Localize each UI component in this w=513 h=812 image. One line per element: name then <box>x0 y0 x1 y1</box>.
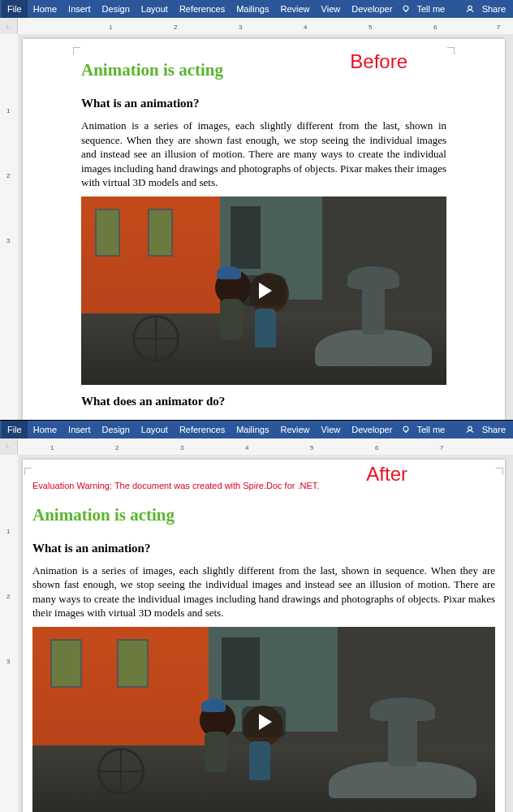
margin-marks <box>32 466 495 476</box>
tab-design[interactable]: Design <box>97 0 136 18</box>
ruler-mark: 6 <box>433 24 437 31</box>
tab-home[interactable]: Home <box>28 0 63 18</box>
tab-mailings[interactable]: Mailings <box>231 0 274 18</box>
share-button[interactable]: Share <box>476 0 511 18</box>
ruler-mark: 3 <box>180 444 183 451</box>
tab-developer[interactable]: Developer <box>346 0 398 18</box>
paragraph-what-is: Animation is a series of images, each sl… <box>32 564 495 620</box>
callout-after: After <box>366 463 407 486</box>
ruler-mark: 3 <box>6 658 10 665</box>
callout-before: Before <box>350 50 407 73</box>
tab-layout[interactable]: Layout <box>136 0 174 18</box>
ruler-mark: 3 <box>239 24 242 31</box>
tab-home[interactable]: Home <box>28 421 63 438</box>
embedded-video[interactable] <box>32 627 495 812</box>
ruler-mark: 4 <box>304 24 307 31</box>
tell-me[interactable]: Tell me <box>411 421 450 438</box>
ruler-mark: 2 <box>6 172 10 179</box>
ribbon: File Home Insert Design Layout Reference… <box>0 0 513 18</box>
tab-review[interactable]: Review <box>275 0 316 18</box>
play-button[interactable] <box>242 275 286 306</box>
editor-area: 1 2 3 Evaluation Warning: The document w… <box>0 455 513 812</box>
ruler-mark: 6 <box>375 444 378 451</box>
ruler-mark: 1 <box>109 24 112 31</box>
word-window-before: File Home Insert Design Layout Reference… <box>0 0 513 420</box>
ruler-mark: 7 <box>440 444 443 451</box>
ruler-mark: 3 <box>6 237 10 244</box>
svg-point-0 <box>403 6 408 11</box>
tab-view[interactable]: View <box>316 0 347 18</box>
horizontal-ruler[interactable]: ∟ 1 2 3 4 5 6 7 <box>0 438 513 455</box>
lightbulb-icon <box>401 4 411 14</box>
paragraph-what-is: Animation is a series of images, each sl… <box>81 119 446 190</box>
ruler-mark: 2 <box>174 24 177 31</box>
evaluation-warning: Evaluation Warning: The document was cre… <box>32 481 495 490</box>
heading-what-is: What is an animation? <box>81 97 446 110</box>
tab-file[interactable]: File <box>2 421 28 438</box>
share-button[interactable]: Share <box>476 421 511 438</box>
vertical-ruler[interactable]: 1 2 3 <box>0 455 18 812</box>
tab-developer[interactable]: Developer <box>346 421 398 438</box>
tab-file[interactable]: File <box>2 0 28 18</box>
share-icon <box>465 4 475 14</box>
tab-review[interactable]: Review <box>275 421 316 438</box>
svg-point-2 <box>403 426 408 431</box>
ruler-mark: 2 <box>115 444 119 451</box>
tab-view[interactable]: View <box>316 421 347 438</box>
svg-rect-1 <box>405 11 407 12</box>
vertical-ruler[interactable]: 1 2 3 <box>0 34 18 420</box>
ruler-corner: ∟ <box>0 438 18 455</box>
embedded-video[interactable] <box>81 197 446 385</box>
word-window-after: File Home Insert Design Layout Reference… <box>0 421 513 812</box>
ruler-mark: 7 <box>497 24 500 31</box>
doc-title: Animation is acting <box>32 505 495 525</box>
document-page[interactable]: Animation is acting What is an animation… <box>23 39 505 420</box>
editor-area: 1 2 3 Animation is acting What is an ani… <box>0 34 513 420</box>
tab-references[interactable]: References <box>174 421 231 438</box>
document-page[interactable]: Evaluation Warning: The document was cre… <box>23 460 505 812</box>
play-button[interactable] <box>242 706 286 737</box>
ruler-mark: 1 <box>6 107 10 114</box>
ruler-corner: ∟ <box>0 18 18 34</box>
ruler-mark: 1 <box>50 444 54 451</box>
play-icon <box>259 283 272 299</box>
tab-references[interactable]: References <box>174 0 231 18</box>
heading-what-is: What is an animation? <box>32 542 495 555</box>
ruler-mark: 2 <box>6 593 10 600</box>
ruler-mark: 5 <box>369 24 372 31</box>
play-icon <box>259 714 272 730</box>
tab-insert[interactable]: Insert <box>63 421 97 438</box>
tab-mailings[interactable]: Mailings <box>231 421 274 438</box>
ruler-mark: 4 <box>245 444 248 451</box>
horizontal-ruler[interactable]: ∟ 1 2 3 4 5 6 7 <box>0 18 513 34</box>
share-icon <box>465 425 475 434</box>
ruler-mark: 1 <box>6 528 10 535</box>
ribbon: File Home Insert Design Layout Reference… <box>0 421 513 438</box>
heading-animator: What does an animator do? <box>81 395 446 408</box>
tab-insert[interactable]: Insert <box>63 0 97 18</box>
tab-design[interactable]: Design <box>97 421 136 438</box>
lightbulb-icon <box>401 425 411 434</box>
ruler-mark: 5 <box>310 444 313 451</box>
tell-me[interactable]: Tell me <box>411 0 450 18</box>
svg-rect-3 <box>405 431 407 433</box>
tab-layout[interactable]: Layout <box>136 421 174 438</box>
